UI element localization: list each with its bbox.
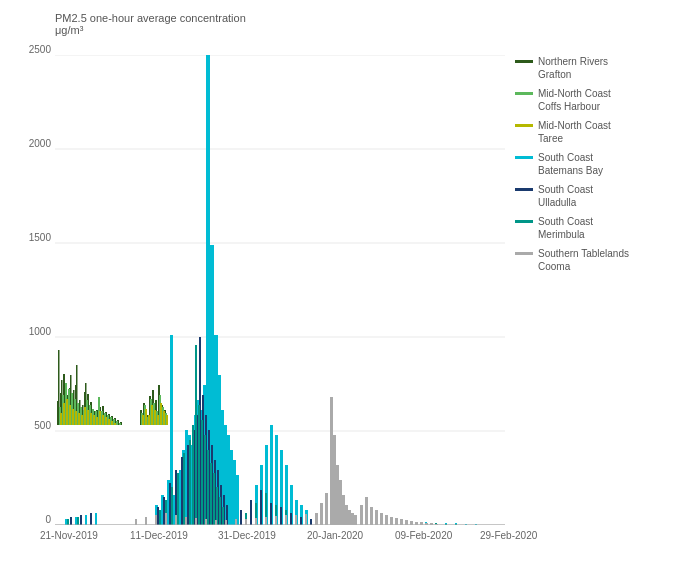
svg-rect-282 bbox=[285, 515, 287, 525]
legend-item-taree: Mid-North CoastTaree bbox=[515, 119, 680, 145]
svg-rect-93 bbox=[84, 407, 86, 425]
svg-rect-113 bbox=[65, 519, 67, 525]
svg-rect-108 bbox=[154, 410, 156, 425]
legend-item-cooma: Southern TablelandsCooma bbox=[515, 247, 680, 273]
svg-rect-275 bbox=[215, 520, 217, 525]
legend-item-batemans-bay: South CoastBatemans Bay bbox=[515, 151, 680, 177]
x-label-0: 21-Nov-2019 bbox=[40, 530, 98, 541]
x-label-3: 20-Jan-2020 bbox=[307, 530, 363, 541]
svg-rect-206 bbox=[177, 473, 179, 525]
svg-rect-170 bbox=[163, 497, 165, 525]
y-label-500: 500 bbox=[34, 420, 51, 431]
svg-rect-267 bbox=[135, 519, 137, 525]
svg-rect-90 bbox=[75, 411, 77, 425]
svg-rect-210 bbox=[195, 345, 197, 525]
svg-rect-101 bbox=[108, 419, 110, 425]
svg-rect-104 bbox=[142, 415, 144, 425]
svg-rect-273 bbox=[195, 518, 197, 525]
legend-label-coffs-harbour: Mid-North CoastCoffs Harbour bbox=[538, 87, 611, 113]
svg-rect-270 bbox=[165, 513, 167, 525]
svg-rect-276 bbox=[225, 520, 227, 525]
svg-rect-99 bbox=[102, 415, 104, 425]
legend-item-northern-rivers: Northern RiversGrafton bbox=[515, 55, 680, 81]
svg-rect-95 bbox=[90, 413, 92, 425]
svg-rect-190 bbox=[270, 503, 272, 525]
svg-rect-217 bbox=[216, 487, 218, 525]
svg-rect-269 bbox=[155, 515, 157, 525]
svg-rect-105 bbox=[145, 409, 147, 425]
svg-rect-193 bbox=[300, 517, 302, 525]
svg-rect-239 bbox=[315, 513, 318, 525]
legend-label-taree: Mid-North CoastTaree bbox=[538, 119, 611, 145]
svg-rect-205 bbox=[171, 487, 173, 525]
svg-rect-168 bbox=[90, 513, 92, 525]
chart-title-line2: μg/m³ bbox=[55, 24, 246, 36]
legend-label-ulladulla: South CoastUlladulla bbox=[538, 183, 593, 209]
legend-item-coffs-harbour: Mid-North CoastCoffs Harbour bbox=[515, 87, 680, 113]
svg-rect-140 bbox=[233, 460, 236, 525]
svg-rect-139 bbox=[230, 450, 233, 525]
svg-rect-214 bbox=[207, 450, 209, 525]
svg-rect-87 bbox=[66, 399, 68, 425]
svg-rect-141 bbox=[236, 475, 239, 525]
svg-rect-187 bbox=[240, 510, 242, 525]
svg-rect-261 bbox=[410, 521, 413, 525]
legend-color-cooma bbox=[515, 252, 533, 255]
svg-rect-106 bbox=[148, 415, 150, 425]
legend-color-ulladulla bbox=[515, 188, 533, 191]
svg-rect-212 bbox=[201, 420, 203, 525]
x-label-5: 29-Feb-2020 bbox=[480, 530, 537, 541]
svg-rect-218 bbox=[219, 497, 221, 525]
legend-item-merimbula: South CoastMerimbula bbox=[515, 215, 680, 241]
legend-color-merimbula bbox=[515, 220, 533, 223]
legend-item-ulladulla: South CoastUlladulla bbox=[515, 183, 680, 209]
svg-rect-173 bbox=[181, 457, 183, 525]
svg-rect-253 bbox=[370, 507, 373, 525]
svg-rect-107 bbox=[151, 405, 153, 425]
svg-rect-91 bbox=[78, 413, 80, 425]
svg-rect-167 bbox=[80, 515, 82, 525]
y-axis: 0 500 1000 1500 2000 2500 bbox=[5, 55, 53, 525]
legend-label-cooma: Southern TablelandsCooma bbox=[538, 247, 629, 273]
svg-rect-283 bbox=[295, 515, 297, 525]
svg-rect-114 bbox=[75, 517, 77, 525]
svg-rect-211 bbox=[198, 405, 200, 525]
svg-rect-94 bbox=[87, 410, 89, 425]
svg-rect-241 bbox=[325, 493, 328, 525]
svg-rect-96 bbox=[93, 415, 95, 425]
svg-rect-208 bbox=[189, 440, 191, 525]
svg-rect-111 bbox=[163, 411, 165, 425]
svg-rect-281 bbox=[275, 516, 277, 525]
svg-rect-274 bbox=[205, 519, 207, 525]
series-batemans-bay bbox=[65, 55, 477, 525]
svg-rect-242 bbox=[330, 397, 333, 525]
svg-rect-86 bbox=[63, 403, 65, 425]
chart-title-line1: PM2.5 one-hour average concentration bbox=[55, 12, 246, 24]
x-label-2: 31-Dec-2019 bbox=[218, 530, 276, 541]
svg-rect-247 bbox=[345, 505, 348, 525]
y-label-1500: 1500 bbox=[29, 232, 51, 243]
svg-rect-250 bbox=[354, 515, 357, 525]
svg-rect-279 bbox=[255, 518, 257, 525]
svg-rect-219 bbox=[222, 507, 224, 525]
svg-rect-245 bbox=[339, 480, 342, 525]
svg-rect-248 bbox=[348, 510, 351, 525]
svg-rect-213 bbox=[204, 435, 206, 525]
svg-rect-244 bbox=[336, 465, 339, 525]
legend-color-coffs-harbour bbox=[515, 92, 533, 95]
svg-rect-192 bbox=[290, 513, 292, 525]
svg-rect-174 bbox=[187, 445, 189, 525]
svg-rect-260 bbox=[405, 520, 408, 525]
svg-rect-278 bbox=[245, 519, 247, 525]
svg-rect-246 bbox=[342, 495, 345, 525]
x-label-1: 11-Dec-2019 bbox=[130, 530, 188, 541]
svg-rect-256 bbox=[385, 515, 388, 525]
chart-svg bbox=[55, 55, 505, 525]
svg-rect-257 bbox=[390, 517, 393, 525]
svg-rect-259 bbox=[400, 519, 403, 525]
svg-rect-189 bbox=[260, 490, 262, 525]
svg-rect-103 bbox=[114, 423, 116, 425]
svg-rect-97 bbox=[96, 417, 98, 425]
svg-rect-284 bbox=[305, 514, 307, 525]
svg-rect-255 bbox=[380, 513, 383, 525]
